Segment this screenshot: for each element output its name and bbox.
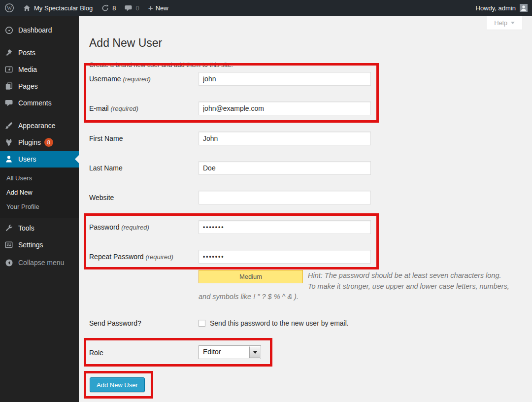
sidebar-item-settings[interactable]: Settings	[0, 236, 79, 253]
last-name-label: Last Name	[89, 164, 195, 172]
media-icon	[4, 66, 14, 73]
first-name-label: First Name	[89, 134, 195, 142]
sidebar-item-users[interactable]: Users	[0, 151, 79, 168]
sidebar-item-comments[interactable]: Comments	[0, 95, 79, 111]
email-input[interactable]	[199, 101, 371, 115]
role-label: Role	[89, 349, 195, 357]
svg-text:W: W	[7, 5, 12, 11]
dashboard-icon	[4, 26, 14, 34]
site-name: My Spectacular Blog	[34, 4, 93, 12]
last-name-input[interactable]	[199, 161, 371, 175]
website-input[interactable]	[199, 191, 371, 204]
first-name-input[interactable]	[199, 132, 371, 145]
admin-sidebar: Dashboard Posts Media Pages	[0, 16, 79, 402]
plus-icon: +	[148, 4, 153, 12]
sidebar-item-collapse-menu[interactable]: Collapse menu	[0, 254, 79, 271]
collapse-arrow-icon	[4, 259, 14, 267]
role-selected-value: Editor	[199, 346, 249, 359]
repeat-password-input[interactable]	[199, 250, 371, 264]
send-password-checkbox[interactable]	[199, 320, 205, 327]
comments-icon	[4, 99, 14, 107]
update-count: 8	[112, 4, 116, 12]
plug-icon	[4, 138, 14, 146]
updates-indicator[interactable]: 8	[97, 0, 120, 16]
email-label: E-mail (required)	[89, 104, 195, 112]
sidebar-item-dashboard[interactable]: Dashboard	[0, 22, 79, 38]
dropdown-arrow-icon	[253, 351, 257, 354]
howdy-account-link[interactable]: Howdy, admin	[476, 4, 516, 12]
home-icon	[23, 4, 31, 12]
submenu-item-add-new[interactable]: Add New	[0, 185, 79, 200]
updates-icon	[101, 4, 109, 12]
site-name-link[interactable]: My Spectacular Blog	[19, 0, 97, 16]
role-select[interactable]: Editor	[199, 345, 261, 359]
main-content: Help Add New User Create a brand new use…	[79, 16, 532, 402]
chevron-down-icon	[511, 22, 515, 24]
wrench-icon	[4, 224, 14, 232]
pages-icon	[4, 82, 14, 90]
brush-icon	[4, 122, 14, 130]
username-label: Username (required)	[89, 75, 195, 83]
wordpress-logo-icon: W	[4, 3, 14, 13]
sidebar-item-appearance[interactable]: Appearance	[0, 117, 79, 134]
wordpress-menu-button[interactable]: W	[0, 0, 19, 16]
sliders-icon	[4, 241, 14, 249]
password-input[interactable]	[199, 220, 371, 234]
user-icon	[4, 155, 14, 163]
sidebar-item-tools[interactable]: Tools	[0, 220, 79, 236]
website-label: Website	[89, 194, 195, 201]
add-new-user-button[interactable]: Add New User	[90, 377, 145, 392]
sidebar-item-pages[interactable]: Pages	[0, 78, 79, 95]
new-content-button[interactable]: + New	[144, 0, 173, 16]
comments-indicator[interactable]: 0	[120, 0, 143, 16]
new-label: New	[156, 4, 168, 12]
users-submenu: All Users Add New Your Profile	[0, 168, 79, 218]
avatar[interactable]	[520, 4, 528, 12]
username-input[interactable]	[199, 72, 371, 86]
plugins-update-badge: 8	[44, 138, 53, 147]
password-strength-indicator: Medium	[199, 270, 303, 283]
sidebar-item-media[interactable]: Media	[0, 61, 79, 78]
send-password-label: Send Password?	[89, 319, 195, 327]
help-button[interactable]: Help	[487, 16, 522, 30]
submenu-item-your-profile[interactable]: Your Profile	[0, 200, 79, 214]
pin-icon	[4, 49, 14, 57]
repeat-password-label: Repeat Password (required)	[89, 253, 195, 261]
admin-bar: W My Spectacular Blog 8 0 + New Howdy, a…	[0, 0, 532, 16]
sidebar-item-plugins[interactable]: Plugins 8	[0, 134, 79, 151]
submenu-item-all-users[interactable]: All Users	[0, 171, 79, 185]
comment-bubble-icon	[125, 4, 132, 12]
sidebar-item-posts[interactable]: Posts	[0, 44, 79, 61]
send-password-checkbox-label[interactable]: Send this password to the new user by em…	[210, 319, 349, 327]
password-label: Password (required)	[89, 223, 195, 231]
comment-count: 0	[135, 4, 139, 12]
page-title: Add New User	[89, 36, 162, 50]
page-subtitle: Create a brand new user and add them to …	[89, 61, 233, 68]
dropdown-arrow-button[interactable]	[249, 346, 260, 358]
